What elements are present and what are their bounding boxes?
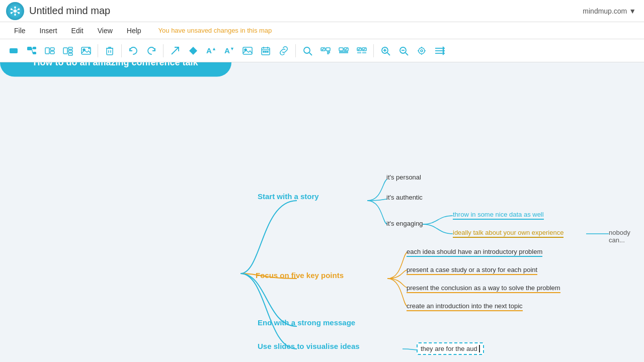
leaf-nice-data[interactable]: throw in some nice data as well xyxy=(453,211,544,218)
uncheck-button[interactable] xyxy=(335,42,352,59)
svg-rect-13 xyxy=(10,48,18,53)
app-logo xyxy=(6,2,24,20)
svg-rect-14 xyxy=(27,47,32,50)
collapse-button[interactable] xyxy=(431,42,448,59)
svg-line-33 xyxy=(172,47,179,54)
branch-start-story[interactable]: Start with a story xyxy=(258,192,319,201)
zoom-in-button[interactable] xyxy=(377,42,394,59)
svg-point-1 xyxy=(14,6,16,8)
zoom-fit-button[interactable] xyxy=(413,42,430,59)
add-node-button[interactable] xyxy=(5,42,22,59)
menu-insert[interactable]: Insert xyxy=(33,26,64,36)
leaf-slides-child[interactable]: they are for the aud xyxy=(417,342,484,355)
brand-label: mindmup.com ▼ xyxy=(583,7,636,15)
svg-rect-19 xyxy=(45,48,49,54)
sep1 xyxy=(98,44,98,57)
menu-view[interactable]: View xyxy=(91,26,120,36)
svg-rect-22 xyxy=(63,48,67,54)
check-mark-button[interactable] xyxy=(353,42,370,59)
svg-point-4 xyxy=(14,14,16,16)
mindmap-connections xyxy=(0,62,644,362)
central-node[interactable]: How to do an amazing conference talk xyxy=(0,62,231,77)
group-button[interactable] xyxy=(41,42,58,59)
leaf-authentic[interactable]: it's authentic xyxy=(386,194,423,201)
unsaved-changes-message: You have unsaved changes in this map xyxy=(158,27,272,34)
svg-rect-20 xyxy=(50,48,54,50)
svg-line-17 xyxy=(32,48,33,48)
font-increase-button[interactable]: A▲ xyxy=(203,42,220,59)
sep3 xyxy=(163,44,164,57)
svg-rect-47 xyxy=(326,48,330,51)
toolbar: A▲ A▼ xyxy=(0,39,644,62)
canvas[interactable]: How to do an amazing conference talk Sta… xyxy=(0,62,644,362)
leaf-introductory-problem[interactable]: each idea should have an introductory pr… xyxy=(407,248,542,255)
titlebar: Untitled mind map mindmup.com ▼ xyxy=(0,0,644,22)
svg-line-18 xyxy=(32,48,33,53)
svg-point-66 xyxy=(419,48,425,54)
svg-rect-16 xyxy=(33,52,36,54)
menu-file[interactable]: File xyxy=(7,26,33,36)
image-button[interactable] xyxy=(239,42,256,59)
svg-rect-23 xyxy=(68,47,72,49)
svg-line-60 xyxy=(387,53,390,55)
svg-rect-30 xyxy=(107,48,113,55)
check-all-button[interactable] xyxy=(317,42,334,59)
sep4 xyxy=(295,44,296,57)
svg-rect-42 xyxy=(265,51,266,52)
svg-rect-15 xyxy=(33,47,36,49)
document-title: Untitled mind map xyxy=(29,5,583,17)
svg-rect-24 xyxy=(68,50,72,52)
svg-point-67 xyxy=(421,50,423,52)
svg-rect-51 xyxy=(339,48,343,51)
leaf-intro-next[interactable]: create an introduction into the next top… xyxy=(407,302,523,310)
menu-edit[interactable]: Edit xyxy=(64,26,91,36)
svg-line-64 xyxy=(406,53,408,55)
redo-button[interactable] xyxy=(143,42,160,59)
leaf-engaging[interactable]: it's engaging xyxy=(386,220,423,227)
hyperlink-button[interactable] xyxy=(275,42,292,59)
svg-line-45 xyxy=(309,53,312,55)
font-decrease-button[interactable]: A▼ xyxy=(221,42,238,59)
leaf-own-experience[interactable]: ideally talk about your own experience xyxy=(453,229,564,236)
branch-five-points[interactable]: Focus on five key points xyxy=(256,271,344,280)
branch-strong-message[interactable]: End with a strong message xyxy=(258,318,355,327)
leaf-personal[interactable]: it's personal xyxy=(386,173,421,181)
svg-rect-25 xyxy=(68,53,72,55)
svg-point-44 xyxy=(304,47,310,53)
undo-button[interactable] xyxy=(125,42,142,59)
diamond-button[interactable] xyxy=(185,42,202,59)
svg-rect-21 xyxy=(50,51,54,54)
zoom-out-button[interactable] xyxy=(395,42,412,59)
sep2 xyxy=(121,44,122,57)
svg-marker-34 xyxy=(189,47,197,55)
insert-image-button[interactable] xyxy=(77,42,95,59)
sep5 xyxy=(373,44,374,57)
branch-use-slides[interactable]: Use slides to visualise ideas xyxy=(258,342,360,350)
group-child-button[interactable] xyxy=(59,42,76,59)
leaf-nobody: nobody can... xyxy=(609,229,644,244)
calendar-button[interactable] xyxy=(257,42,274,59)
add-child-button[interactable] xyxy=(23,42,40,59)
leaf-conclusion[interactable]: present the conclusion as a way to solve… xyxy=(407,284,560,292)
arrow-button[interactable] xyxy=(167,42,184,59)
menubar: File Insert Edit View Help You have unsa… xyxy=(0,22,644,39)
svg-rect-41 xyxy=(263,51,264,52)
menu-help[interactable]: Help xyxy=(120,26,148,36)
leaf-case-study[interactable]: present a case study or a story for each… xyxy=(407,266,537,274)
svg-rect-43 xyxy=(267,51,268,52)
svg-rect-35 xyxy=(243,47,252,54)
search-button[interactable] xyxy=(299,42,316,59)
delete-button[interactable] xyxy=(101,42,118,59)
